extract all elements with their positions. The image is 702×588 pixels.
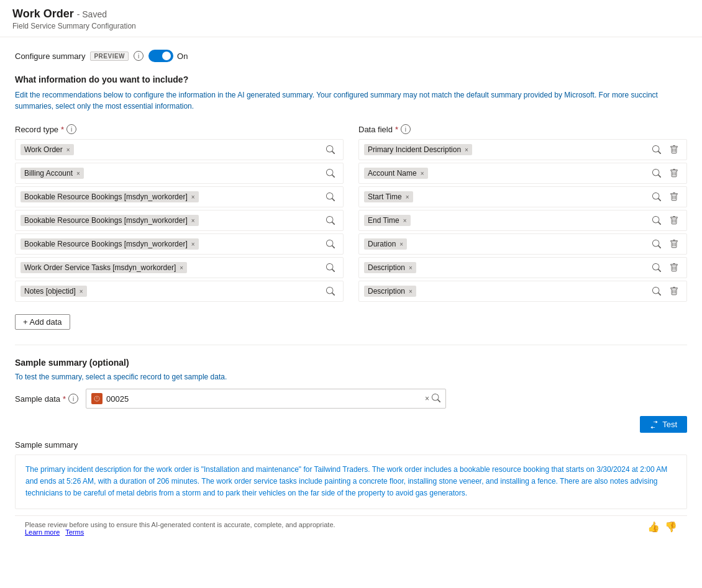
record-type-row-6: Work Order Service Tasks [msdyn_workorde…: [15, 257, 344, 278]
remove-data-field-2[interactable]: ×: [421, 170, 424, 177]
summary-toggle[interactable]: [148, 50, 173, 62]
delete-data-field-3[interactable]: [667, 189, 681, 204]
toggle-state-label: On: [177, 52, 188, 61]
preview-badge: PREVIEW: [90, 52, 129, 61]
sample-data-row: Sample data * i 00025 ×: [15, 389, 687, 409]
terms-link[interactable]: Terms: [65, 528, 84, 536]
remove-data-field-1[interactable]: ×: [465, 147, 468, 153]
summary-text: The primary incident description for the…: [25, 465, 667, 497]
sample-section-title: Sample summary (optional): [15, 358, 687, 368]
data-field-tag-4: End Time ×: [364, 215, 411, 226]
search-data-field-7[interactable]: [649, 284, 664, 299]
record-type-row-7: Notes [objectid] ×: [15, 281, 344, 302]
delete-data-field-5[interactable]: [667, 237, 681, 251]
data-field-row-7: Description ×: [358, 281, 687, 302]
page-title: Work Order - Saved: [12, 7, 690, 20]
thumbs-up-icon[interactable]: 👍: [647, 521, 660, 533]
data-field-row-1: Primary Incident Description ×: [358, 139, 687, 160]
record-type-row-1: Work Order ×: [15, 139, 344, 160]
data-field-header: Data field * i: [358, 124, 687, 134]
test-btn-row: Test: [15, 416, 687, 433]
record-type-row-5: Bookable Resource Bookings [msdyn_workor…: [15, 233, 344, 255]
record-type-tag-5: Bookable Resource Bookings [msdyn_workor…: [21, 238, 199, 250]
remove-record-type-1[interactable]: ×: [66, 147, 70, 153]
remove-data-field-5[interactable]: ×: [399, 241, 403, 248]
record-type-info-icon[interactable]: i: [66, 124, 76, 134]
data-field-row-4: End Time ×: [358, 210, 687, 231]
remove-sample-record[interactable]: ×: [425, 394, 429, 403]
remove-data-field-7[interactable]: ×: [409, 288, 413, 295]
search-record-type-4[interactable]: [323, 213, 338, 228]
record-type-header: Record type * i: [15, 124, 344, 134]
add-data-button[interactable]: + Add data: [15, 314, 70, 330]
footer-note-text: Please review before using to ensure thi…: [25, 521, 335, 536]
record-type-tag-3: Bookable Resource Bookings [msdyn_workor…: [21, 191, 199, 202]
sample-record-value: 00025: [106, 394, 422, 404]
title-text: Work Order: [12, 7, 74, 20]
data-field-tag-6: Description ×: [364, 262, 416, 273]
remove-record-type-5[interactable]: ×: [191, 241, 195, 248]
sample-data-info-icon[interactable]: i: [68, 394, 78, 404]
record-type-row-2: Billing Account ×: [15, 163, 344, 184]
page-subtitle: Field Service Summary Configuration: [12, 22, 690, 30]
learn-more-link[interactable]: Learn more: [25, 528, 60, 536]
sample-data-label: Sample data * i: [15, 394, 78, 404]
search-data-field-5[interactable]: [649, 237, 664, 251]
configure-summary-row: Configure summary PREVIEW i On: [15, 50, 687, 62]
search-record-type-1[interactable]: [323, 142, 338, 157]
page-content: Configure summary PREVIEW i On What info…: [0, 37, 702, 553]
remove-data-field-4[interactable]: ×: [403, 217, 407, 224]
data-field-tag-1: Primary Incident Description ×: [364, 144, 472, 155]
remove-data-field-6[interactable]: ×: [409, 265, 413, 271]
sample-record-icon: [91, 393, 103, 404]
configure-label: Configure summary: [15, 52, 85, 61]
data-field-required: *: [395, 125, 398, 134]
record-type-tag-2: Billing Account ×: [21, 168, 84, 179]
delete-data-field-1[interactable]: [667, 142, 681, 157]
search-record-type-2[interactable]: [323, 166, 338, 181]
fields-grid: Record type * i Work Order × Billing Ac: [15, 124, 687, 304]
record-type-column: Record type * i Work Order × Billing Ac: [15, 124, 344, 304]
search-record-type-7[interactable]: [323, 284, 338, 299]
search-data-field-6[interactable]: [649, 260, 664, 275]
record-type-tag-6: Work Order Service Tasks [msdyn_workorde…: [21, 262, 187, 273]
data-field-tag-2: Account Name ×: [364, 168, 428, 179]
data-field-info-icon[interactable]: i: [401, 124, 411, 134]
data-field-tag-7: Description ×: [364, 286, 416, 297]
record-type-tag-4: Bookable Resource Bookings [msdyn_workor…: [21, 215, 199, 226]
delete-data-field-4[interactable]: [667, 213, 681, 228]
search-record-type-5[interactable]: [323, 237, 338, 251]
sample-info-text: To test the summary, select a specific r…: [15, 373, 687, 381]
footer-note: Please review before using to ensure thi…: [15, 515, 687, 541]
delete-data-field-7[interactable]: [667, 284, 681, 299]
search-data-field-3[interactable]: [649, 189, 664, 204]
remove-record-type-2[interactable]: ×: [76, 170, 80, 177]
remove-data-field-3[interactable]: ×: [406, 194, 409, 201]
summary-box: The primary incident description for the…: [15, 455, 687, 509]
remove-record-type-3[interactable]: ×: [191, 194, 195, 201]
toggle-container: On: [148, 50, 188, 62]
data-field-row-3: Start Time ×: [358, 186, 687, 207]
search-sample-icon[interactable]: [432, 394, 440, 404]
search-data-field-4[interactable]: [649, 213, 664, 228]
remove-record-type-7[interactable]: ×: [80, 288, 83, 295]
remove-record-type-6[interactable]: ×: [180, 265, 183, 271]
feedback-icons: 👍 👎: [647, 521, 677, 533]
delete-data-field-6[interactable]: [667, 260, 681, 275]
sample-summary-label: Sample summary: [15, 440, 687, 450]
search-record-type-6[interactable]: [323, 260, 338, 275]
remove-record-type-4[interactable]: ×: [191, 217, 195, 224]
search-data-field-1[interactable]: [649, 142, 664, 157]
data-field-tag-3: Start Time ×: [364, 191, 413, 202]
delete-data-field-2[interactable]: [667, 166, 681, 181]
configure-info-icon[interactable]: i: [134, 51, 144, 61]
data-field-row-2: Account Name ×: [358, 163, 687, 184]
search-record-type-3[interactable]: [323, 189, 338, 204]
search-data-field-2[interactable]: [649, 166, 664, 181]
record-type-row-4: Bookable Resource Bookings [msdyn_workor…: [15, 210, 344, 231]
thumbs-down-icon[interactable]: 👎: [665, 521, 677, 533]
data-field-row-6: Description ×: [358, 257, 687, 278]
test-button[interactable]: Test: [640, 416, 687, 433]
sample-data-input[interactable]: 00025 ×: [86, 389, 446, 409]
data-field-label: Data field: [358, 125, 393, 134]
